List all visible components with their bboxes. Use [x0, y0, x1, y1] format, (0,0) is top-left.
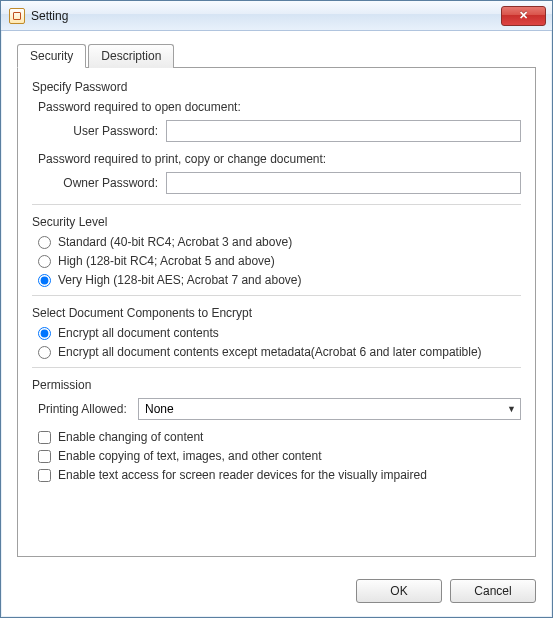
radio-veryhigh-label: Very High (128-bit AES; Acrobat 7 and ab…: [58, 273, 301, 287]
section-permission: Permission: [32, 378, 521, 392]
check-enable-changing-label: Enable changing of content: [58, 430, 203, 444]
chevron-down-icon: ▼: [507, 404, 516, 414]
radio-encrypt-except-meta-input[interactable]: [38, 346, 51, 359]
radio-standard-input[interactable]: [38, 236, 51, 249]
check-enable-text-access-label: Enable text access for screen reader dev…: [58, 468, 427, 482]
check-enable-copying[interactable]: Enable copying of text, images, and othe…: [38, 449, 521, 463]
settings-dialog: Setting ✕ Security Description Specify P…: [0, 0, 553, 618]
divider: [32, 295, 521, 296]
radio-encrypt-all-input[interactable]: [38, 327, 51, 340]
check-enable-changing-input[interactable]: [38, 431, 51, 444]
user-password-label: User Password:: [56, 124, 166, 138]
tab-label: Security: [30, 49, 73, 63]
user-password-row: User Password:: [56, 120, 521, 142]
radio-encrypt-except-meta-label: Encrypt all document contents except met…: [58, 345, 482, 359]
section-security-level: Security Level: [32, 215, 521, 229]
content-area: Security Description Specify Password Pa…: [1, 31, 552, 569]
owner-password-row: Owner Password:: [56, 172, 521, 194]
divider: [32, 367, 521, 368]
radio-veryhigh-input[interactable]: [38, 274, 51, 287]
check-enable-copying-input[interactable]: [38, 450, 51, 463]
tab-label: Description: [101, 49, 161, 63]
radio-veryhigh[interactable]: Very High (128-bit AES; Acrobat 7 and ab…: [38, 273, 521, 287]
radio-standard-label: Standard (40-bit RC4; Acrobat 3 and abov…: [58, 235, 292, 249]
radio-encrypt-all[interactable]: Encrypt all document contents: [38, 326, 521, 340]
radio-encrypt-except-meta[interactable]: Encrypt all document contents except met…: [38, 345, 521, 359]
open-password-hint: Password required to open document:: [38, 100, 521, 114]
dialog-footer: OK Cancel: [1, 569, 552, 617]
check-enable-text-access-input[interactable]: [38, 469, 51, 482]
radio-standard[interactable]: Standard (40-bit RC4; Acrobat 3 and abov…: [38, 235, 521, 249]
radio-encrypt-all-label: Encrypt all document contents: [58, 326, 219, 340]
section-specify-password: Specify Password: [32, 80, 521, 94]
tab-description[interactable]: Description: [88, 44, 174, 68]
tab-security[interactable]: Security: [17, 44, 86, 68]
owner-password-input[interactable]: [166, 172, 521, 194]
close-icon: ✕: [519, 9, 528, 22]
tab-strip: Security Description: [17, 43, 536, 67]
ok-button-label: OK: [390, 584, 407, 598]
owner-password-label: Owner Password:: [56, 176, 166, 190]
tab-panel-security: Specify Password Password required to op…: [17, 67, 536, 557]
check-enable-text-access[interactable]: Enable text access for screen reader dev…: [38, 468, 521, 482]
radio-high[interactable]: High (128-bit RC4; Acrobat 5 and above): [38, 254, 521, 268]
printing-allowed-row: Printing Allowed: None ▼: [38, 398, 521, 420]
window-title: Setting: [31, 9, 501, 23]
section-encrypt: Select Document Components to Encrypt: [32, 306, 521, 320]
titlebar[interactable]: Setting ✕: [1, 1, 552, 31]
check-enable-copying-label: Enable copying of text, images, and othe…: [58, 449, 322, 463]
divider: [32, 204, 521, 205]
check-enable-changing[interactable]: Enable changing of content: [38, 430, 521, 444]
printing-allowed-value: None: [145, 402, 174, 416]
cancel-button-label: Cancel: [474, 584, 511, 598]
close-button[interactable]: ✕: [501, 6, 546, 26]
printing-allowed-select[interactable]: None ▼: [138, 398, 521, 420]
printing-allowed-label: Printing Allowed:: [38, 402, 138, 416]
cancel-button[interactable]: Cancel: [450, 579, 536, 603]
ok-button[interactable]: OK: [356, 579, 442, 603]
radio-high-input[interactable]: [38, 255, 51, 268]
user-password-input[interactable]: [166, 120, 521, 142]
change-password-hint: Password required to print, copy or chan…: [38, 152, 521, 166]
app-icon: [9, 8, 25, 24]
radio-high-label: High (128-bit RC4; Acrobat 5 and above): [58, 254, 275, 268]
